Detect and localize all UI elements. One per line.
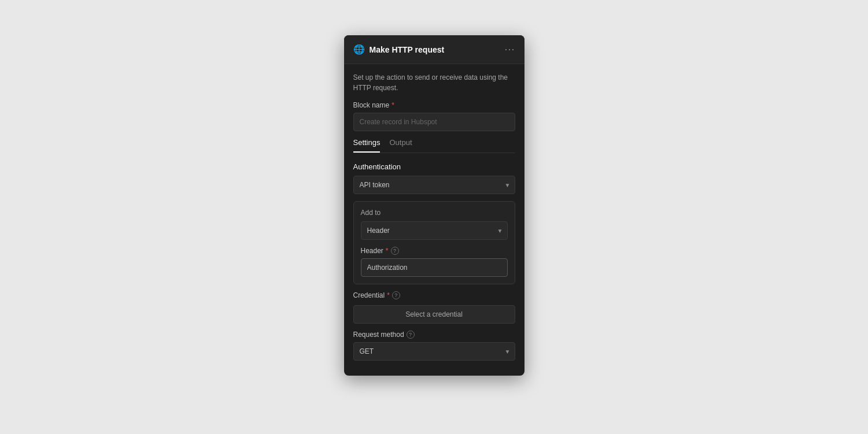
panel-body: Set up the action to send or receive dat… — [344, 64, 525, 376]
add-to-select-wrapper: Header Query parameter Body ▼ — [361, 221, 508, 240]
add-to-select[interactable]: Header Query parameter Body — [361, 221, 508, 240]
credential-required: * — [387, 291, 390, 299]
header-field-label: Header * ? — [361, 247, 508, 255]
panel-header-left: 🌐 Make HTTP request — [353, 44, 445, 55]
block-name-required: * — [391, 101, 394, 109]
authentication-label: Authentication — [353, 162, 515, 171]
block-name-label: Block name * — [353, 101, 515, 109]
globe-icon: 🌐 — [353, 44, 365, 55]
make-http-request-panel: 🌐 Make HTTP request ··· Set up the actio… — [344, 35, 525, 376]
request-method-help-icon[interactable]: ? — [407, 331, 415, 339]
block-name-input[interactable] — [353, 113, 515, 131]
header-field-required: * — [386, 247, 389, 255]
panel-title: Make HTTP request — [370, 45, 445, 54]
more-options-icon[interactable]: ··· — [504, 43, 515, 55]
header-value-input[interactable] — [361, 258, 508, 277]
request-method-label: Request method ? — [353, 331, 515, 339]
authentication-select[interactable]: API token Bearer token Basic auth None — [353, 176, 515, 194]
authentication-select-wrapper: API token Bearer token Basic auth None ▼ — [353, 176, 515, 194]
request-method-select[interactable]: GET POST PUT PATCH DELETE — [353, 342, 515, 361]
header-help-icon[interactable]: ? — [391, 247, 399, 255]
select-credential-button[interactable]: Select a credential — [353, 305, 515, 324]
api-token-sub-panel: Add to Header Query parameter Body ▼ Hea… — [353, 201, 515, 284]
credential-label: Credential * ? — [353, 291, 515, 299]
add-to-label: Add to — [361, 209, 508, 217]
panel-description: Set up the action to send or receive dat… — [353, 72, 515, 93]
credential-help-icon[interactable]: ? — [392, 291, 400, 299]
request-method-select-wrapper: GET POST PUT PATCH DELETE ▼ — [353, 342, 515, 361]
panel-header: 🌐 Make HTTP request ··· — [344, 35, 525, 64]
tab-output[interactable]: Output — [389, 138, 412, 153]
tabs: Settings Output — [353, 138, 515, 153]
tab-settings[interactable]: Settings — [353, 138, 381, 153]
